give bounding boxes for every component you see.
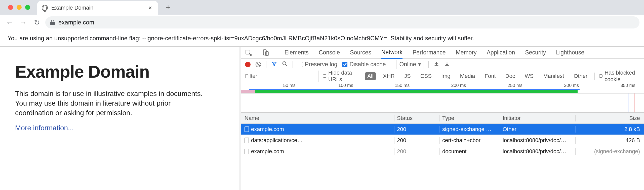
col-header-size[interactable]: Size <box>576 115 644 121</box>
devtools: Elements Console Sources Network Perform… <box>241 47 644 190</box>
window-controls <box>8 5 30 10</box>
filter-type-doc[interactable]: Doc <box>503 72 518 80</box>
filter-type-media[interactable]: Media <box>458 72 478 80</box>
reload-button[interactable]: ↻ <box>32 17 42 27</box>
filter-type-other[interactable]: Other <box>571 72 590 80</box>
file-icon <box>245 138 249 143</box>
filter-type-font[interactable]: Font <box>482 72 498 80</box>
col-header-name[interactable]: Name <box>241 115 394 121</box>
clear-button[interactable] <box>256 62 261 67</box>
browser-tab-strip: Example Domain × + <box>0 0 644 15</box>
panel-tab-network[interactable]: Network <box>381 46 403 59</box>
timeline-gap[interactable] <box>241 93 644 113</box>
network-action-bar: Preserve log Disable cache Online <box>241 59 644 70</box>
timeline-ruler[interactable]: 50 ms 100 ms 150 ms 200 ms 250 ms 300 ms… <box>241 82 644 89</box>
network-row[interactable]: example.com 200 document localhost:8080/… <box>241 146 644 157</box>
device-toolbar-icon[interactable] <box>262 49 269 56</box>
page-content: Example Domain This domain is for use in… <box>0 47 239 190</box>
panel-tab-elements[interactable]: Elements <box>285 47 309 58</box>
timeline-overview[interactable] <box>241 89 644 93</box>
browser-tab[interactable]: Example Domain × <box>37 1 158 15</box>
filter-type-css[interactable]: CSS <box>418 72 434 80</box>
filter-type-ws[interactable]: WS <box>522 72 536 80</box>
network-row[interactable]: example.com 200 signed-exchange … Other … <box>241 124 644 135</box>
record-button[interactable] <box>245 62 251 67</box>
forward-button[interactable]: → <box>18 17 28 27</box>
lock-icon <box>50 20 55 25</box>
new-tab-button[interactable]: + <box>163 2 174 13</box>
col-header-initiator[interactable]: Initiator <box>500 115 576 121</box>
disable-cache-checkbox[interactable]: Disable cache <box>342 61 386 68</box>
window-zoom-button[interactable] <box>25 5 30 10</box>
import-har-icon[interactable] <box>434 61 439 68</box>
browser-toolbar: ← → ↻ example.com <box>0 15 644 30</box>
export-har-icon[interactable] <box>444 61 450 68</box>
col-header-status[interactable]: Status <box>394 115 440 121</box>
panel-tab-memory[interactable]: Memory <box>456 47 477 58</box>
address-bar[interactable]: example.com <box>45 16 639 28</box>
filter-input[interactable] <box>241 71 318 82</box>
window-minimize-button[interactable] <box>17 5 22 10</box>
filter-type-all[interactable]: All <box>365 72 376 80</box>
col-header-type[interactable]: Type <box>440 115 500 121</box>
more-information-link[interactable]: More information... <box>15 124 74 132</box>
panel-tab-console[interactable]: Console <box>319 47 340 58</box>
inspect-element-icon[interactable] <box>245 49 252 56</box>
panel-tab-application[interactable]: Application <box>487 47 515 58</box>
hide-data-urls-checkbox[interactable]: Hide data URLs <box>323 70 360 83</box>
filter-type-xhr[interactable]: XHR <box>381 72 397 80</box>
panel-tab-lighthouse[interactable]: Lighthouse <box>556 47 584 58</box>
filter-toggle-icon[interactable] <box>271 61 277 68</box>
svg-point-3 <box>283 61 286 65</box>
file-icon <box>245 126 249 132</box>
panel-tab-security[interactable]: Security <box>525 47 546 58</box>
page-heading: Example Domain <box>15 62 224 81</box>
throttling-select[interactable]: Online <box>396 60 423 69</box>
close-tab-button[interactable]: × <box>147 4 153 11</box>
panel-tab-sources[interactable]: Sources <box>350 47 371 58</box>
devtools-resizer[interactable] <box>239 47 241 190</box>
url-text: example.com <box>58 19 94 26</box>
infobar-warning: You are using an unsupported command-lin… <box>0 30 644 47</box>
network-table: Name Status Type Initiator Size example.… <box>241 113 644 157</box>
has-blocked-cookies-checkbox[interactable]: Has blocked cookie <box>599 70 644 83</box>
globe-icon <box>42 5 48 11</box>
panel-tab-performance[interactable]: Performance <box>413 47 446 58</box>
filter-type-img[interactable]: Img <box>439 72 453 80</box>
filter-type-js[interactable]: JS <box>402 72 413 80</box>
file-icon <box>245 149 249 154</box>
back-button[interactable]: ← <box>5 17 15 27</box>
search-icon[interactable] <box>282 61 288 68</box>
network-table-header[interactable]: Name Status Type Initiator Size <box>241 113 644 124</box>
preserve-log-checkbox[interactable]: Preserve log <box>298 61 337 68</box>
devtools-tab-bar: Elements Console Sources Network Perform… <box>241 47 644 59</box>
filter-type-manifest[interactable]: Manifest <box>541 72 567 80</box>
network-row[interactable]: data:application/ce… 200 cert-chain+cbor… <box>241 135 644 146</box>
tab-title: Example Domain <box>51 5 147 11</box>
window-close-button[interactable] <box>8 5 13 10</box>
network-filter-bar: Hide data URLs All XHR JS CSS Img Media … <box>241 70 644 82</box>
page-body: This domain is for use in illustrative e… <box>15 89 206 117</box>
